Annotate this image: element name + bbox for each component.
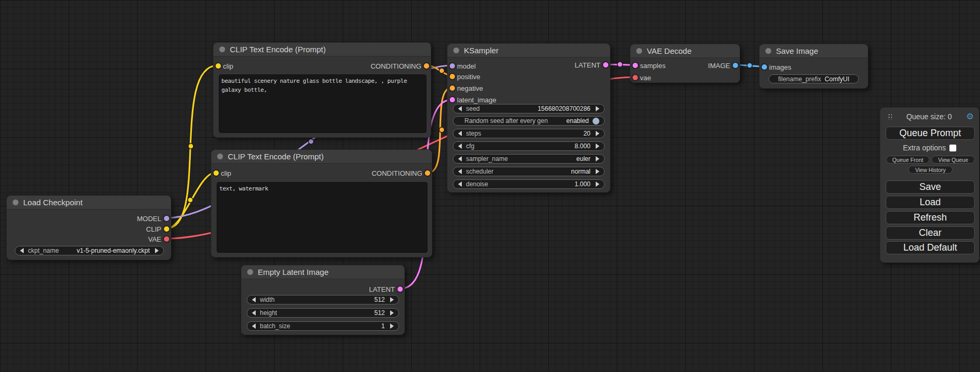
latent-output-dot[interactable] — [397, 287, 403, 292]
queue-panel-header: Queue size: 0 ⚙ — [880, 112, 979, 121]
decrement-arrow-icon[interactable] — [252, 297, 256, 302]
random-seed-toggle-widget[interactable]: Random seed after every gen enabled — [453, 116, 605, 126]
load-button[interactable]: Load — [886, 196, 975, 209]
node-title-bar[interactable]: VAE Decode — [630, 44, 740, 58]
increment-arrow-icon[interactable] — [596, 169, 599, 174]
node-title-bar[interactable]: Load Checkpoint — [7, 196, 171, 209]
node-title-bar[interactable]: CLIP Text Encode (Prompt) — [214, 43, 431, 56]
collapse-dot-icon[interactable] — [219, 46, 225, 52]
increment-arrow-icon[interactable] — [155, 248, 159, 253]
image-output-dot[interactable] — [733, 63, 738, 68]
decrement-arrow-icon[interactable] — [458, 106, 462, 111]
width-widget[interactable]: width 512 — [247, 295, 399, 304]
increment-arrow-icon[interactable] — [596, 156, 599, 161]
seed-widget[interactable]: seed 156680208700286 — [453, 104, 605, 113]
increment-arrow-icon[interactable] — [596, 131, 599, 136]
node-title-bar[interactable]: CLIP Text Encode (Prompt) — [211, 150, 432, 164]
view-queue-button[interactable]: View Queue — [932, 156, 975, 164]
node-clip-text-encode-negative[interactable]: CLIP Text Encode (Prompt) clip CONDITION… — [211, 149, 432, 257]
batch-size-widget[interactable]: batch_size 1 — [247, 321, 399, 331]
link-dot[interactable] — [439, 127, 444, 132]
extra-options-checkbox[interactable] — [949, 145, 956, 151]
extra-options-row: Extra options — [880, 144, 979, 152]
view-history-button[interactable]: View History — [908, 166, 953, 174]
link-dot[interactable] — [188, 197, 193, 203]
decrement-arrow-icon[interactable] — [20, 248, 24, 253]
graph-canvas[interactable]: { "colors": { "model": "#b49ae0", "clip"… — [0, 0, 980, 372]
vae-output-dot[interactable] — [164, 236, 169, 242]
clip-input-dot[interactable] — [216, 63, 221, 69]
increment-arrow-icon[interactable] — [390, 297, 394, 302]
collapse-dot-icon[interactable] — [217, 154, 223, 159]
toggle-knob[interactable] — [593, 118, 599, 125]
conditioning-output-dot[interactable] — [425, 170, 430, 176]
node-title-bar[interactable]: Empty Latent Image — [241, 265, 404, 279]
filename-prefix-widget[interactable]: filename_prefix ComfyUI — [769, 74, 859, 83]
output-slot-model: MODEL — [137, 213, 171, 224]
queue-prompt-button[interactable]: Queue Prompt — [886, 127, 975, 140]
collapse-dot-icon[interactable] — [13, 199, 18, 205]
decrement-arrow-icon[interactable] — [458, 144, 462, 149]
decrement-arrow-icon[interactable] — [458, 169, 462, 174]
prompt-textarea[interactable]: text, watermark — [217, 182, 428, 253]
queue-front-button[interactable]: Queue Front — [886, 156, 929, 164]
height-widget[interactable]: height 512 — [247, 308, 399, 318]
clear-button[interactable]: Clear — [886, 226, 975, 240]
extra-options-label: Extra options — [903, 144, 946, 152]
clip-input-dot[interactable] — [214, 170, 219, 176]
link-dot[interactable] — [617, 62, 623, 67]
collapse-dot-icon[interactable] — [765, 48, 771, 54]
refresh-button[interactable]: Refresh — [886, 211, 975, 224]
node-vae-decode[interactable]: VAE Decode samples vae IMAGE — [630, 44, 740, 83]
denoise-widget[interactable]: denoise 1.000 — [453, 179, 605, 189]
increment-arrow-icon[interactable] — [596, 106, 599, 111]
collapse-dot-icon[interactable] — [453, 47, 459, 53]
node-ksampler[interactable]: KSampler model positive negative latent_… — [447, 43, 610, 193]
scheduler-widget[interactable]: scheduler normal — [453, 167, 605, 176]
collapse-dot-icon[interactable] — [636, 48, 642, 54]
increment-arrow-icon[interactable] — [390, 323, 394, 329]
decrement-arrow-icon[interactable] — [252, 323, 256, 329]
increment-arrow-icon[interactable] — [596, 144, 599, 149]
latent-output-dot[interactable] — [603, 62, 608, 68]
cfg-widget[interactable]: cfg 8.000 — [453, 141, 605, 151]
input-slot-negative: negative — [448, 83, 483, 93]
vae-input-dot[interactable] — [633, 75, 638, 80]
node-save-image[interactable]: Save Image images filename_prefix ComfyU… — [759, 44, 868, 89]
node-clip-text-encode-positive[interactable]: CLIP Text Encode (Prompt) clip CONDITION… — [213, 42, 431, 138]
samples-input-dot[interactable] — [633, 63, 638, 68]
prompt-textarea[interactable]: beautiful scenery nature glass bottle la… — [219, 74, 426, 133]
node-load-checkpoint[interactable]: Load Checkpoint MODEL CLIP VAE ckpt_name… — [6, 195, 171, 260]
latent-input-dot[interactable] — [450, 97, 455, 102]
images-input-dot[interactable] — [762, 64, 767, 70]
output-slot-clip: CLIP — [146, 224, 171, 234]
collapse-dot-icon[interactable] — [247, 269, 253, 275]
save-button[interactable]: Save — [886, 180, 975, 194]
node-title-bar[interactable]: Save Image — [760, 44, 868, 58]
increment-arrow-icon[interactable] — [596, 182, 599, 187]
drag-handle-icon[interactable] — [888, 113, 892, 120]
decrement-arrow-icon[interactable] — [458, 182, 462, 187]
link-dot[interactable] — [747, 63, 752, 68]
clip-output-dot[interactable] — [164, 226, 169, 232]
decrement-arrow-icon[interactable] — [252, 310, 256, 316]
sampler-name-widget[interactable]: sampler_name euler — [453, 154, 605, 164]
node-title-bar[interactable]: KSampler — [448, 44, 610, 58]
steps-widget[interactable]: steps 20 — [453, 129, 605, 138]
link-dot[interactable] — [439, 68, 444, 73]
positive-input-dot[interactable] — [450, 74, 455, 79]
ckpt-name-widget[interactable]: ckpt_name v1-5-pruned-emaonly.ckpt — [15, 246, 164, 255]
link-dot[interactable] — [308, 139, 314, 144]
conditioning-output-dot[interactable] — [424, 63, 429, 69]
link-dot[interactable] — [188, 144, 193, 149]
node-title: Load Checkpoint — [23, 198, 83, 207]
decrement-arrow-icon[interactable] — [458, 156, 462, 161]
model-output-dot[interactable] — [164, 216, 169, 221]
model-input-dot[interactable] — [450, 63, 455, 69]
load-default-button[interactable]: Load Default — [886, 241, 975, 254]
increment-arrow-icon[interactable] — [390, 310, 394, 316]
settings-gear-icon[interactable]: ⚙ — [966, 112, 974, 121]
negative-input-dot[interactable] — [450, 85, 455, 91]
decrement-arrow-icon[interactable] — [458, 131, 462, 136]
node-empty-latent-image[interactable]: Empty Latent Image LATENT width 512 heig… — [241, 265, 405, 335]
